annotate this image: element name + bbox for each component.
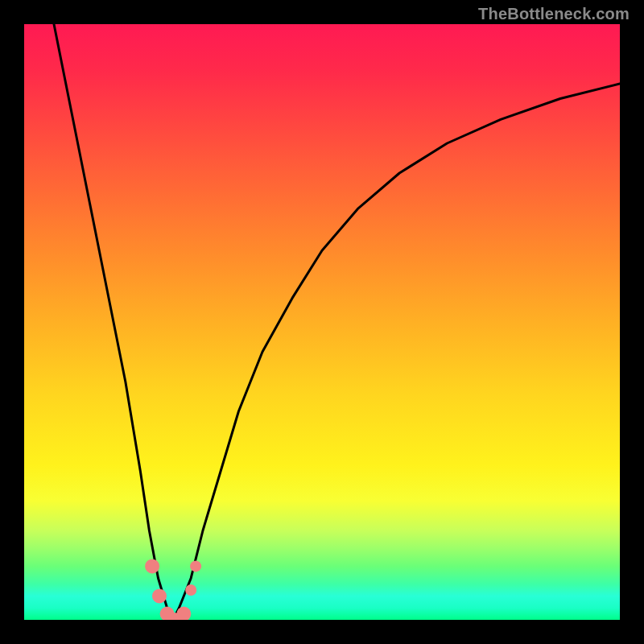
series-bottleneck-curve [54, 24, 620, 620]
marker-5 [185, 584, 196, 596]
curve-svg [24, 24, 620, 620]
marker-1 [152, 588, 167, 603]
watermark-text: TheBottleneck.com [478, 5, 630, 23]
marker-6 [190, 560, 201, 572]
marker-0 [145, 559, 159, 573]
plot-area [24, 24, 620, 620]
chart-frame: TheBottleneck.com [0, 0, 644, 644]
